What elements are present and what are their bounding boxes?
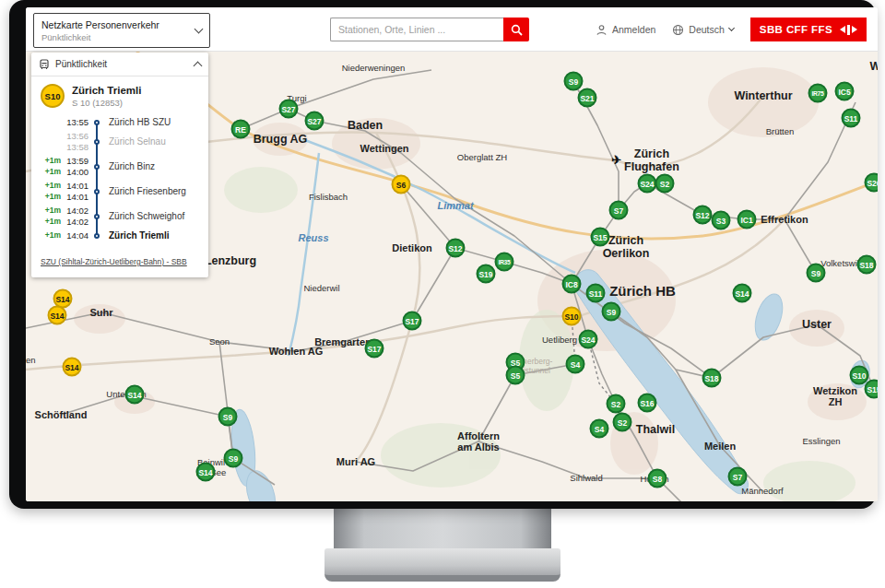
chevron-down-icon: [195, 25, 204, 34]
line-badge-s2[interactable]: S2: [607, 394, 626, 414]
line-badge-s9[interactable]: S9: [602, 302, 621, 322]
login-button[interactable]: Anmelden: [596, 24, 655, 36]
panel-title: Pünktlichkeit: [55, 59, 189, 69]
line-badge-s14[interactable]: S14: [733, 284, 752, 303]
line-badge-s7[interactable]: S7: [728, 467, 748, 487]
delay-label: +1m: [44, 217, 61, 227]
stop-name: Zürich Triemli: [105, 229, 170, 242]
stop-dot: [94, 164, 100, 170]
stop-time: 14:02: [64, 217, 88, 227]
line-badge-s9[interactable]: S9: [224, 449, 243, 468]
line-badge-s12[interactable]: S12: [446, 239, 466, 258]
delay-label: [44, 131, 61, 141]
line-badge-s12[interactable]: S12: [693, 206, 713, 225]
monitor-bezel: Netzkarte Personenverkehr Pünktlichkeit: [9, 0, 876, 509]
line-badge-s2[interactable]: S2: [613, 413, 632, 432]
stop-dot: [94, 214, 100, 219]
line-badge-s4[interactable]: S4: [590, 419, 609, 439]
line-badge-s11[interactable]: S11: [842, 109, 861, 128]
stop-time: 13:59: [64, 156, 88, 166]
timeline-marker: [88, 154, 105, 179]
stop-time: 14:01: [64, 181, 88, 191]
line-badge-s21[interactable]: S21: [578, 88, 597, 108]
delay-label: +1m: [44, 192, 61, 202]
language-select[interactable]: Deutsch: [672, 24, 734, 36]
stop-row: 13:55Zürich HB SZU: [41, 115, 199, 129]
layer-select-title: Netzkarte Personenverkehr: [41, 19, 195, 30]
line-badge-ic5[interactable]: IC5: [835, 82, 855, 101]
layer-select-subtitle: Pünktlichkeit: [41, 32, 195, 42]
line-badge-s15[interactable]: S15: [865, 380, 879, 399]
line-badge-ic8[interactable]: IC8: [562, 275, 582, 294]
line-badge-ic1[interactable]: IC1: [738, 210, 757, 229]
delay-label: +1m: [44, 181, 61, 191]
line-badge-s24[interactable]: S24: [579, 330, 598, 349]
line-badge-s14[interactable]: S14: [48, 306, 67, 325]
line-badge-s17[interactable]: S17: [403, 312, 422, 331]
line-badge-s16[interactable]: S16: [638, 394, 657, 413]
stop-time: 13:55: [64, 117, 88, 127]
line-badge-s5[interactable]: S5: [506, 366, 525, 385]
monitor-stand-neck: [334, 502, 551, 550]
line-badge-s26[interactable]: S26: [865, 173, 879, 193]
line-badge-s8[interactable]: S8: [648, 469, 667, 488]
line-badge-re[interactable]: RE: [231, 120, 251, 139]
line-badge-s27[interactable]: S27: [279, 100, 299, 119]
timeline-marker: [88, 179, 105, 204]
operator-link[interactable]: SZU (Sihltal-Zürich-Uetliberg-Bahn) - SB…: [41, 257, 187, 266]
delay-label: [44, 142, 61, 152]
stop-dot: [94, 233, 100, 239]
map-layer-select[interactable]: Netzkarte Personenverkehr Pünktlichkeit: [33, 13, 210, 48]
delay-label: +1m: [44, 167, 61, 177]
login-label: Anmelden: [612, 24, 655, 35]
line-badge-s17[interactable]: S17: [365, 339, 384, 359]
line-badge-s4[interactable]: S4: [566, 355, 585, 374]
stop-time: 14:01: [64, 192, 88, 202]
line-badge-ir35[interactable]: IR35: [495, 253, 514, 272]
line-badge-s9[interactable]: S9: [564, 72, 584, 91]
delay-label: +1m: [44, 156, 61, 166]
line-badge-s24[interactable]: S24: [638, 174, 657, 194]
stop-dot: [94, 120, 100, 125]
user-icon: [596, 24, 608, 36]
search-input[interactable]: [330, 18, 503, 41]
line-badge-s3[interactable]: S3: [712, 211, 731, 230]
line-badge-s14[interactable]: S14: [196, 463, 216, 482]
stop-dot: [94, 139, 100, 145]
layer-select-text: Netzkarte Personenverkehr Pünktlichkeit: [41, 19, 195, 42]
panel-header[interactable]: Pünktlichkeit: [31, 53, 208, 76]
stop-name: Zürich Friesenberg: [105, 179, 186, 204]
line-badge-s14[interactable]: S14: [63, 358, 82, 377]
sbb-logo[interactable]: SBB CFF FFS: [750, 18, 867, 41]
header-actions: Anmelden Deutsch SBB CFF FFS: [596, 7, 867, 52]
train-name: Zürich Triemli: [72, 85, 141, 96]
stop-time: 14:04: [64, 230, 88, 241]
line-badge-s9[interactable]: S9: [218, 407, 238, 427]
line-badge-s19[interactable]: S19: [477, 265, 496, 284]
line-badge-s2[interactable]: S2: [655, 174, 675, 194]
search-button[interactable]: [503, 18, 529, 41]
line-badge-s18[interactable]: S18: [857, 255, 877, 275]
delay-label: +1m: [44, 230, 61, 241]
line-badge-s15[interactable]: S15: [591, 228, 610, 247]
stop-dot: [94, 189, 100, 194]
line-badge-s18[interactable]: S18: [702, 369, 722, 388]
line-badge-s10[interactable]: S10: [562, 307, 582, 326]
sbb-arrows-icon: [840, 25, 857, 35]
train-icon: [39, 59, 50, 70]
line-badge-s9[interactable]: S9: [807, 264, 826, 283]
chevron-up-icon: [194, 62, 203, 71]
delay-label: +1m: [44, 206, 61, 216]
panel-body: S10 Zürich Triemli S 10 (12853) 13:55Zür…: [31, 76, 208, 277]
line-badge-s11[interactable]: S11: [586, 284, 606, 303]
timeline-marker: [88, 115, 105, 129]
line-badge-s14[interactable]: S14: [125, 385, 145, 405]
train-number: S 10 (12853): [72, 98, 141, 108]
line-badge-ir75[interactable]: IR75: [808, 84, 828, 103]
line-badge-s27[interactable]: S27: [305, 112, 324, 131]
line-badge-s6[interactable]: S6: [392, 175, 411, 194]
line-badge-s7[interactable]: S7: [609, 201, 629, 220]
monitor-mockup: Netzkarte Personenverkehr Pünktlichkeit: [0, 0, 885, 588]
stop-row: +1m14:01+1m14:01Zürich Friesenberg: [41, 179, 199, 204]
sbb-logo-text: SBB CFF FFS: [760, 24, 832, 35]
